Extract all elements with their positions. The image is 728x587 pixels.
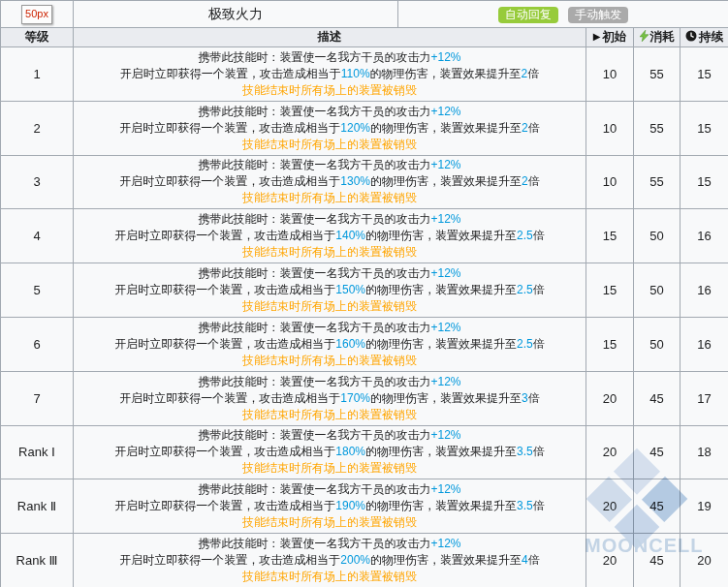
skill-level-row: 1 携带此技能时：装置使一名我方干员的攻击力+12% 开启时立即获得一个装置，攻… [1,47,728,102]
description-warning-line: 技能结束时所有场上的装置被销毁 [78,353,582,369]
duration-cell: 15 [681,47,728,102]
initial-sp-cell: 20 [586,479,634,534]
initial-sp-cell: 20 [586,534,634,587]
skill-level-row: 7 携带此技能时：装置使一名我方干员的攻击力+12% 开启时立即获得一个装置，攻… [1,371,728,425]
description-line-1: 携带此技能时：装置使一名我方干员的攻击力+12% [78,481,582,498]
description-line-1: 携带此技能时：装置使一名我方干员的攻击力+12% [78,427,582,444]
damage-percent-value: 170% [340,391,370,405]
description-header-label: 描述 [318,30,342,44]
sp-cost-cell: 55 [634,155,681,209]
initial-sp-cell: 20 [586,425,634,479]
description-cell: 携带此技能时：装置使一名我方干员的攻击力+12% 开启时立即获得一个装置，攻击造… [74,317,586,371]
sp-cost-cell: 45 [634,534,681,587]
description-cell: 携带此技能时：装置使一名我方干员的攻击力+12% 开启时立即获得一个装置，攻击造… [74,101,586,155]
device-multiplier-value: 2 [522,121,528,135]
level-header-label: 等级 [25,30,49,44]
description-cell: 携带此技能时：装置使一名我方干员的攻击力+12% 开启时立即获得一个装置，攻击造… [74,534,586,587]
damage-percent-value: 200% [340,553,370,567]
description-line-2: 开启时立即获得一个装置，攻击造成相当于160%的物理伤害，装置效果提升至2.5倍 [78,336,582,353]
atk-buff-value: +12% [430,212,460,226]
description-warning-line: 技能结束时所有场上的装置被销毁 [78,514,582,531]
atk-buff-value: +12% [430,266,460,280]
atk-buff-value: +12% [430,158,460,171]
description-line-2: 开启时立即获得一个装置，攻击造成相当于150%的物理伤害，装置效果提升至2.5倍 [78,282,582,298]
atk-buff-value: +12% [430,537,460,550]
damage-percent-value: 150% [335,283,365,296]
sp-cost-cell: 45 [634,479,681,534]
sp-cost-cell: 45 [634,371,681,425]
skill-level-row: 2 携带此技能时：装置使一名我方干员的攻击力+12% 开启时立即获得一个装置，攻… [1,101,728,155]
level-cell: Rank Ⅲ [1,534,74,587]
description-line-2: 开启时立即获得一个装置，攻击造成相当于180%的物理伤害，装置效果提升至3.5倍 [78,444,582,460]
duration-cell: 18 [681,425,728,479]
sp-cost-cell: 50 [634,209,681,263]
device-multiplier-value: 4 [522,553,528,567]
description-warning-line: 技能结束时所有场上的装置被销毁 [78,244,582,261]
device-multiplier-value: 2.5 [517,337,533,351]
description-line-1: 携带此技能时：装置使一名我方干员的攻击力+12% [78,374,582,390]
skill-level-row: Rank Ⅰ 携带此技能时：装置使一名我方干员的攻击力+12% 开启时立即获得一… [1,425,728,479]
level-cell: 3 [1,155,74,209]
lightning-icon [640,30,649,42]
description-cell: 携带此技能时：装置使一名我方干员的攻击力+12% 开启时立即获得一个装置，攻击造… [74,209,586,263]
description-line-1: 携带此技能时：装置使一名我方干员的攻击力+12% [78,265,582,282]
initial-sp-cell: 10 [586,155,634,209]
duration-cell: 19 [681,479,728,534]
duration-cell: 15 [681,155,728,209]
skill-title-row: 50px 极致火力 自动回复 手动触发 [1,1,728,28]
damage-percent-value: 120% [340,121,370,135]
device-multiplier-value: 2.5 [517,283,533,296]
sp-cost-cell: 50 [634,317,681,371]
skill-detail-page: 50px 极致火力 自动回复 手动触发 等级 描述 ▶初始 消耗 持续 [0,0,728,587]
trigger-type-badge: 手动触发 [568,7,628,24]
skill-name: 极致火力 [74,1,398,28]
skill-level-row: 5 携带此技能时：装置使一名我方干员的攻击力+12% 开启时立即获得一个装置，攻… [1,263,728,318]
sp-cost-cell: 45 [634,425,681,479]
device-multiplier-value: 3.5 [517,445,533,458]
device-multiplier-value: 3.5 [517,499,533,512]
device-multiplier-value: 2 [522,174,528,188]
description-line-1: 携带此技能时：装置使一名我方干员的攻击力+12% [78,536,582,552]
description-line-1: 携带此技能时：装置使一名我方干员的攻击力+12% [78,157,582,173]
col-header-cost: 消耗 [634,28,681,47]
description-cell: 携带此技能时：装置使一名我方干员的攻击力+12% 开启时立即获得一个装置，攻击造… [74,263,586,318]
duration-cell: 20 [681,534,728,587]
skill-icon-broken-image[interactable]: 50px [21,5,52,23]
damage-percent-value: 160% [335,337,365,351]
initial-sp-cell: 20 [586,371,634,425]
description-cell: 携带此技能时：装置使一名我方干员的攻击力+12% 开启时立即获得一个装置，攻击造… [74,47,586,102]
initial-header-label: 初始 [602,30,626,44]
description-line-1: 携带此技能时：装置使一名我方干员的攻击力+12% [78,320,582,336]
description-line-2: 开启时立即获得一个装置，攻击造成相当于200%的物理伤害，装置效果提升至4倍 [78,552,582,569]
description-warning-line: 技能结束时所有场上的装置被销毁 [78,569,582,585]
duration-header-label: 持续 [699,30,723,44]
col-header-duration: 持续 [681,28,728,47]
atk-buff-value: +12% [430,50,460,64]
description-line-2: 开启时立即获得一个装置，攻击造成相当于140%的物理伤害，装置效果提升至2.5倍 [78,228,582,244]
initial-sp-cell: 10 [586,101,634,155]
damage-percent-value: 180% [335,445,365,458]
description-line-2: 开启时立即获得一个装置，攻击造成相当于190%的物理伤害，装置效果提升至3.5倍 [78,498,582,514]
level-cell: 7 [1,371,74,425]
initial-sp-cell: 15 [586,209,634,263]
description-line-2: 开启时立即获得一个装置，攻击造成相当于130%的物理伤害，装置效果提升至2倍 [78,173,582,190]
duration-cell: 16 [681,317,728,371]
damage-percent-value: 190% [335,499,365,512]
description-line-2: 开启时立即获得一个装置，攻击造成相当于110%的物理伤害，装置效果提升至2倍 [78,66,582,82]
sp-cost-cell: 55 [634,101,681,155]
sp-cost-cell: 55 [634,47,681,102]
atk-buff-value: +12% [430,482,460,496]
initial-sp-cell: 15 [586,263,634,318]
atk-buff-value: +12% [430,428,460,442]
description-cell: 携带此技能时：装置使一名我方干员的攻击力+12% 开启时立即获得一个装置，攻击造… [74,425,586,479]
description-warning-line: 技能结束时所有场上的装置被销毁 [78,137,582,153]
description-line-1: 携带此技能时：装置使一名我方干员的攻击力+12% [78,211,582,228]
skill-icon-cell: 50px [1,1,74,28]
damage-percent-value: 140% [335,229,365,242]
level-cell: 4 [1,209,74,263]
description-warning-line: 技能结束时所有场上的装置被销毁 [78,407,582,423]
table-header-row: 等级 描述 ▶初始 消耗 持续 [1,28,728,47]
device-multiplier-value: 2.5 [517,229,533,242]
duration-cell: 15 [681,101,728,155]
skill-level-row: Rank Ⅱ 携带此技能时：装置使一名我方干员的攻击力+12% 开启时立即获得一… [1,479,728,534]
